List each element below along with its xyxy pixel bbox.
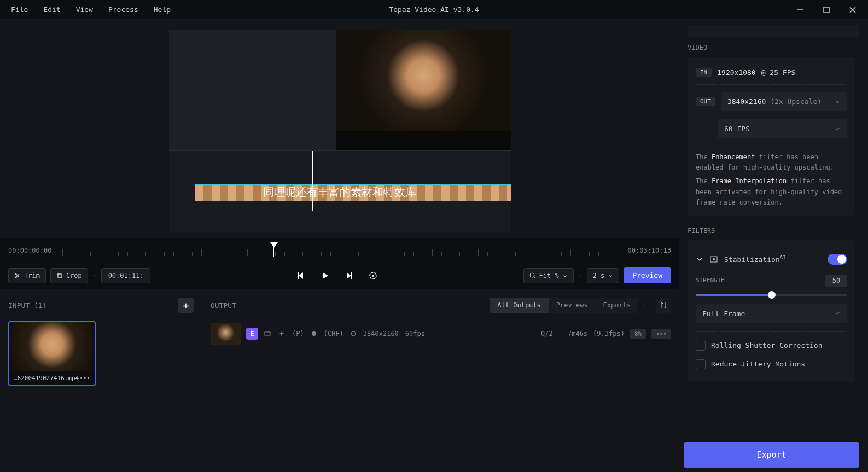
- in-badge: IN: [696, 68, 712, 77]
- controls-bar: Trim Crop · Fit % ·: [0, 262, 679, 289]
- rolling-shutter-checkbox[interactable]: Rolling Shutter Correction: [696, 336, 847, 355]
- chevron-down-icon: [562, 273, 568, 278]
- status-interpolation: The Frame Interpolation filter has been …: [696, 173, 847, 208]
- settings-sidebar: VIDEO IN 1920x1080 @ 25 FPS OUT 3840x216…: [679, 19, 868, 472]
- svg-rect-1: [824, 7, 829, 13]
- minimize-button[interactable]: [789, 2, 811, 18]
- time-end: 00:03:10:13: [628, 247, 671, 254]
- filters-section-title: FILTERS: [688, 227, 855, 235]
- input-more-icon[interactable]: •••: [79, 375, 90, 382]
- prev-frame-button[interactable]: [294, 269, 307, 282]
- svg-point-13: [312, 331, 316, 336]
- chevron-down-icon: [834, 310, 841, 317]
- output-title: OUTPUT: [211, 301, 236, 310]
- export-badge: E: [246, 328, 258, 340]
- output-time: 7m46s: [568, 330, 587, 337]
- preview-duration-dropdown[interactable]: 2 s: [587, 268, 620, 283]
- playhead[interactable]: [270, 242, 278, 257]
- circle-icon: [350, 330, 357, 337]
- sparkle-icon: [278, 330, 286, 337]
- input-video-thumb[interactable]: …6200419027416.mp4 •••: [8, 321, 96, 386]
- loop-button[interactable]: [366, 269, 380, 282]
- output-more-button[interactable]: •••: [651, 329, 671, 339]
- current-time-input[interactable]: [101, 268, 150, 283]
- status-enhancement: The Enhancement filter has been enabled …: [696, 145, 847, 173]
- menu-edit[interactable]: Edit: [37, 2, 67, 17]
- editor-timeline: [169, 150, 511, 211]
- out-resolution-dropdown[interactable]: 3840x2160 (2x Upscale): [721, 92, 847, 111]
- proc-chf: (CHF): [324, 330, 343, 337]
- menu-view[interactable]: View: [69, 2, 100, 17]
- menu-bar: File Edit View Process Help: [4, 2, 177, 17]
- chevron-down-icon: [834, 126, 841, 132]
- time-start: 00:00:00:00: [8, 247, 51, 254]
- svg-point-4: [15, 273, 17, 275]
- reduce-jitter-checkbox[interactable]: Reduce Jittery Motions: [696, 355, 847, 374]
- search-icon: [529, 272, 536, 279]
- input-filename: …6200419027416.mp4: [14, 375, 79, 382]
- dot-icon: [311, 330, 317, 337]
- svg-rect-6: [298, 272, 299, 279]
- next-frame-button[interactable]: [342, 269, 356, 282]
- filter-stabilization-label: StabilizationAI: [724, 255, 786, 264]
- menu-file[interactable]: File: [4, 2, 34, 17]
- close-button[interactable]: [842, 2, 864, 18]
- editor-library-panel: [169, 30, 336, 150]
- add-input-button[interactable]: +: [178, 298, 194, 313]
- sort-icon: [660, 301, 667, 309]
- strength-value[interactable]: 50: [825, 275, 847, 287]
- svg-rect-12: [265, 332, 270, 335]
- output-fps: 60fps: [405, 330, 425, 337]
- output-progress: 0/2: [541, 330, 553, 337]
- titlebar: File Edit View Process Help Topaz Video …: [0, 0, 868, 19]
- timeline-ruler[interactable]: 00:00:00:00 00:03:10:13: [0, 238, 679, 262]
- crop-button[interactable]: Crop: [50, 268, 88, 283]
- proc-p: (P): [292, 330, 304, 337]
- svg-point-5: [15, 276, 17, 278]
- strength-slider[interactable]: [696, 294, 847, 296]
- stabilization-mode-dropdown[interactable]: Full-Frame: [696, 304, 847, 323]
- svg-point-10: [530, 273, 534, 277]
- crop-icon: [56, 272, 63, 279]
- out-fps-dropdown[interactable]: 60 FPS: [718, 119, 847, 138]
- in-fps: @ 25 FPS: [761, 68, 796, 77]
- stabilization-toggle[interactable]: [828, 254, 847, 265]
- tab-all-outputs[interactable]: All Outputs: [490, 298, 548, 313]
- output-row[interactable]: E (P) (CHF) 3840x2160 60fps 0/2 —: [211, 323, 671, 345]
- svg-point-14: [351, 331, 356, 336]
- maximize-button[interactable]: [815, 2, 837, 18]
- input-panel: INPUT (1) + …6200419027416.mp4 •••: [0, 289, 202, 472]
- menu-process[interactable]: Process: [102, 2, 145, 17]
- preview-area: 同理呢还有丰富的素材和特效库: [0, 19, 679, 238]
- chevron-down-icon: [608, 273, 613, 278]
- output-rate: (9.3fps): [593, 330, 625, 337]
- input-title: INPUT (1): [8, 301, 46, 310]
- sort-button[interactable]: [656, 298, 671, 313]
- zoom-fit-dropdown[interactable]: Fit %: [523, 268, 574, 283]
- chevron-down-icon[interactable]: [696, 255, 703, 263]
- output-tabs: All Outputs Previews Exports: [490, 298, 638, 313]
- editor-player-panel: [336, 30, 511, 150]
- tab-previews[interactable]: Previews: [549, 298, 596, 313]
- play-button[interactable]: [318, 269, 331, 282]
- chevron-down-icon: [834, 98, 841, 105]
- menu-help[interactable]: Help: [147, 2, 177, 17]
- output-thumb: [211, 323, 241, 345]
- svg-line-11: [534, 277, 535, 278]
- out-badge: OUT: [696, 97, 715, 106]
- video-subtitle: 同理呢还有丰富的素材和特效库: [263, 185, 416, 200]
- tab-exports[interactable]: Exports: [596, 298, 639, 313]
- in-resolution: 1920x1080: [717, 68, 755, 77]
- export-button[interactable]: Export: [684, 442, 859, 468]
- stabilize-icon: [264, 330, 271, 337]
- trim-button[interactable]: Trim: [8, 268, 46, 283]
- video-preview[interactable]: 同理呢还有丰富的素材和特效库: [169, 30, 511, 232]
- svg-point-16: [713, 258, 715, 260]
- output-resolution: 3840x2160: [363, 330, 399, 337]
- output-panel: OUTPUT All Outputs Previews Exports · E: [202, 289, 679, 472]
- strength-label: STRENGTH: [696, 277, 725, 284]
- output-percent: 8%: [630, 329, 646, 339]
- svg-point-9: [372, 275, 374, 277]
- app-title: Topaz Video AI v3.0.4: [389, 5, 479, 14]
- preview-button[interactable]: Preview: [624, 267, 671, 283]
